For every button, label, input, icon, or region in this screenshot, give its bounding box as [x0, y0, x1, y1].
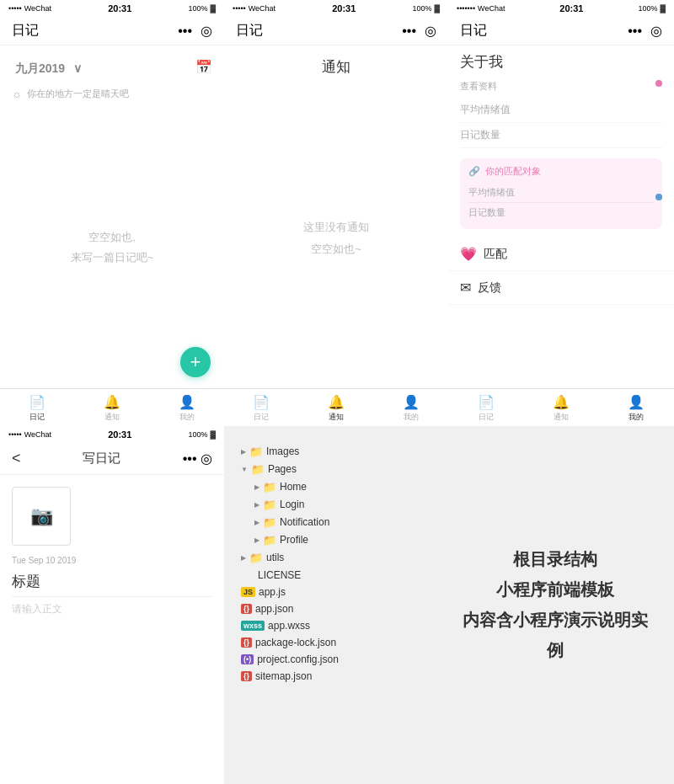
folder-utils[interactable]: ▶ 📁 utils: [241, 549, 428, 567]
write-nav-icons: ••• ◎: [183, 451, 212, 467]
battery-icon-2: ▓: [434, 4, 440, 13]
add-diary-fab[interactable]: +: [180, 347, 211, 377]
file-name-appwxss: app.wxss: [268, 620, 310, 632]
wechat-label-3: WeChat: [478, 4, 505, 13]
file-packagejson[interactable]: {} package-lock.json: [241, 634, 428, 651]
desc-line2: 小程序前端模板: [496, 574, 614, 605]
json-badge-2: {}: [241, 637, 252, 648]
match-avg-mood-label: 平均情绪值: [468, 186, 515, 199]
match-blue-dot: [655, 194, 662, 200]
folder-notification[interactable]: ▶ 📁 Notification: [241, 514, 428, 531]
diary-title-field[interactable]: 标题: [12, 572, 212, 597]
menu-feedback-item[interactable]: ✉ 反馈: [448, 271, 674, 305]
match-chain-icon: 🔗: [468, 166, 480, 177]
folder-home[interactable]: ▶ 📁 Home: [241, 478, 428, 496]
tab-me-3[interactable]: 👤 我的: [599, 394, 674, 423]
notif-tab-icon-3: 🔔: [553, 394, 570, 410]
my-pink-dot: [655, 80, 662, 87]
tab-bar-1: 📄 日记 🔔 通知 👤 我的: [0, 388, 224, 426]
file-license[interactable]: LICENSE: [241, 567, 428, 584]
folder-icon-home: 📁: [263, 481, 276, 493]
wechat-label-2: WeChat: [249, 4, 275, 13]
write-diary-title: 写日记: [29, 451, 174, 467]
folder-pages[interactable]: ▼ 📁 Pages: [241, 461, 428, 478]
folder-name-home: Home: [280, 481, 307, 493]
nav-title-3: 日记: [460, 22, 487, 40]
file-appjs[interactable]: JS app.js: [241, 584, 428, 600]
more-icon-2[interactable]: •••: [402, 24, 416, 39]
arrow-profile: ▶: [254, 536, 259, 544]
file-sitemapjson[interactable]: {} sitemap.json: [241, 668, 428, 685]
folder-name-notification: Notification: [280, 516, 329, 528]
weather-tip: ☼ 你在的地方一定是晴天吧: [0, 84, 224, 107]
write-more-icon[interactable]: •••: [183, 451, 197, 466]
notif-tab-label-2: 通知: [329, 412, 344, 423]
time-1: 20:31: [108, 3, 131, 13]
tab-diary-1[interactable]: 📄 日记: [0, 394, 75, 423]
view-profile-link[interactable]: 查看资料: [460, 80, 662, 93]
battery-icon-3: ▓: [660, 4, 666, 13]
menu-match-label: 匹配: [484, 247, 507, 262]
target-icon-3[interactable]: ◎: [650, 23, 662, 39]
file-appjson[interactable]: {} app.json: [241, 600, 428, 617]
write-target-icon[interactable]: ◎: [201, 451, 212, 466]
diary-body-field[interactable]: 请输入正文: [12, 602, 212, 616]
diary-tab-icon-2: 📄: [253, 394, 270, 410]
diary-tab-label-2: 日记: [254, 412, 269, 423]
back-arrow-icon[interactable]: <: [12, 450, 21, 467]
match-avg-mood-row: 平均情绪值: [468, 183, 654, 203]
file-name-appjson: app.json: [255, 603, 293, 615]
signal-icon-3: •••••••: [457, 4, 475, 13]
file-projectjson[interactable]: (•) project.config.json: [241, 651, 428, 668]
calendar-icon[interactable]: 📅: [195, 59, 212, 75]
more-icon-1[interactable]: •••: [178, 24, 192, 39]
diary-tab-icon-3: 📄: [478, 394, 495, 410]
notif-tab-label-1: 通知: [104, 412, 120, 423]
diary-header: 九月2019 ∨ 📅: [0, 45, 224, 84]
month-text: 九月2019: [15, 61, 65, 75]
js-badge: JS: [241, 587, 255, 597]
match-diary-count-row: 日记数量: [468, 203, 654, 222]
status-bar-1: ••••• WeChat 20:31 100% ▓: [0, 0, 224, 17]
arrow-utils: ▶: [241, 554, 246, 562]
nav-icons-1: ••• ◎: [178, 23, 212, 39]
battery-icon-4: ▓: [210, 430, 216, 439]
file-appwxss[interactable]: wxss app.wxss: [241, 617, 428, 634]
target-icon-1[interactable]: ◎: [201, 23, 212, 39]
signal-area-2: ••••• WeChat: [233, 4, 275, 13]
photo-upload-area[interactable]: 📷: [12, 487, 71, 546]
month-arrow[interactable]: ∨: [73, 61, 82, 75]
tab-diary-3[interactable]: 📄 日记: [448, 394, 523, 423]
folder-icon-notification: 📁: [263, 516, 276, 529]
tab-notif-2[interactable]: 🔔 通知: [299, 394, 374, 423]
tab-bar-2: 📄 日记 🔔 通知 👤 我的: [224, 388, 448, 426]
folder-images[interactable]: ▶ 📁 Images: [241, 443, 428, 461]
camera-icon: 📷: [30, 505, 53, 527]
tab-notif-1[interactable]: 🔔 通知: [75, 394, 150, 423]
battery-text-4: 100%: [188, 430, 207, 439]
signal-area-4: ••••• WeChat: [8, 430, 51, 439]
menu-match-item[interactable]: 💗 匹配: [448, 237, 674, 271]
file-name-appjs: app.js: [259, 586, 286, 598]
tab-notif-3[interactable]: 🔔 通知: [523, 394, 598, 423]
notif-page-title: 通知: [224, 45, 448, 88]
me-tab-label-3: 我的: [629, 412, 644, 423]
screen-write-diary: ••••• WeChat 20:31 100% ▓ < 写日记 ••• ◎ 📷 …: [0, 426, 224, 785]
time-2: 20:31: [332, 3, 356, 13]
more-icon-3[interactable]: •••: [628, 24, 642, 39]
signal-area-3: ••••••• WeChat: [457, 4, 505, 13]
folder-profile[interactable]: ▶ 📁 Profile: [241, 531, 428, 549]
match-diary-count-label: 日记数量: [468, 206, 506, 219]
folder-login[interactable]: ▶ 📁 Login: [241, 496, 428, 514]
my-profile-section: 查看资料 平均情绪值 日记数量: [448, 75, 674, 153]
diary-tab-label-3: 日记: [479, 412, 494, 423]
wechat-label-4: WeChat: [24, 430, 51, 439]
tab-me-1[interactable]: 👤 我的: [149, 394, 224, 423]
spacer-3: [448, 305, 674, 388]
me-tab-label-2: 我的: [404, 412, 419, 423]
tab-diary-2[interactable]: 📄 日记: [224, 394, 299, 423]
target-icon-2[interactable]: ◎: [425, 23, 436, 39]
my-diary-count-label: 日记数量: [460, 128, 500, 142]
folder-name-profile: Profile: [280, 534, 308, 546]
tab-me-2[interactable]: 👤 我的: [373, 394, 448, 423]
